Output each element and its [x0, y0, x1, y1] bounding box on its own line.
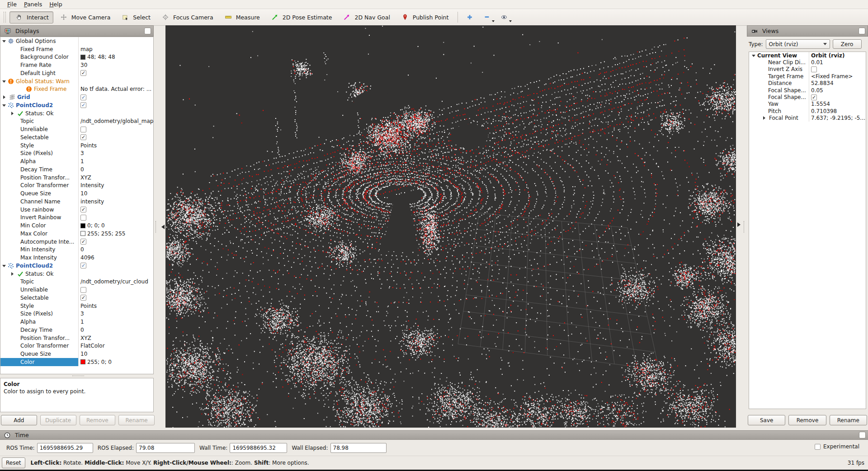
- property-value-cell[interactable]: 10: [78, 350, 153, 358]
- collapsed-arrow-icon[interactable]: [11, 272, 15, 276]
- displays-row-decay-time[interactable]: Decay Time0: [0, 165, 153, 174]
- time-field-input-ros-elapsed-[interactable]: 79.08: [136, 443, 195, 453]
- views-row-current-view[interactable]: Current ViewOrbit (rviz): [749, 52, 866, 59]
- tool-2d-pose-estimate-button[interactable]: 2D Pose Estimate: [265, 11, 337, 24]
- property-name-cell[interactable]: Status: Ok: [0, 270, 78, 278]
- collapsed-arrow-icon[interactable]: [11, 112, 15, 115]
- displays-add-button[interactable]: Add: [1, 415, 37, 425]
- property-value-cell[interactable]: map: [78, 45, 153, 53]
- color-swatch[interactable]: [80, 223, 85, 228]
- menu-item-file[interactable]: File: [4, 0, 20, 9]
- property-name-cell[interactable]: Focal Shape...: [749, 94, 809, 100]
- property-value-cell[interactable]: 1: [78, 318, 153, 326]
- property-name-cell[interactable]: Invert Z Axis: [749, 66, 809, 73]
- left-splitter-grip[interactable]: [156, 221, 157, 233]
- property-name-cell[interactable]: Use rainbow: [0, 206, 78, 214]
- displays-row-selectable[interactable]: Selectable✓: [0, 294, 153, 302]
- property-name-cell[interactable]: Color Transformer: [0, 342, 78, 350]
- property-value-cell[interactable]: 4096: [78, 254, 153, 262]
- checked-checkbox[interactable]: ✓: [80, 70, 86, 76]
- property-value-cell[interactable]: [78, 77, 153, 85]
- displays-row-color-transformer[interactable]: Color TransformerFlatColor: [0, 342, 153, 350]
- displays-row-channel-name[interactable]: Channel Nameintensity: [0, 198, 153, 206]
- displays-row-autocompute-inte-[interactable]: Autocompute Inte...✓: [0, 238, 153, 246]
- displays-row-alpha[interactable]: Alpha1: [0, 318, 153, 326]
- right-splitter-grip[interactable]: [744, 221, 745, 233]
- property-name-cell[interactable]: Size (Pixels): [0, 150, 78, 158]
- displays-row-unreliable[interactable]: Unreliable: [0, 125, 153, 133]
- property-name-cell[interactable]: Color: [0, 358, 78, 366]
- property-value-cell[interactable]: /ndt_odometry/global_map: [78, 118, 153, 126]
- tool-move-camera-button[interactable]: Move Camera: [54, 11, 115, 24]
- color-swatch[interactable]: [80, 359, 85, 364]
- displays-row-position-transfor-[interactable]: Position Transfor...XYZ: [0, 174, 153, 182]
- property-value-cell[interactable]: [78, 286, 153, 294]
- time-field-input-wall-elapsed-[interactable]: 78.98: [330, 443, 387, 453]
- checked-checkbox[interactable]: ✓: [80, 263, 86, 268]
- property-value-cell[interactable]: 0: [78, 165, 153, 174]
- expanded-arrow-icon[interactable]: [2, 40, 6, 44]
- property-name-cell[interactable]: Fixed Frame: [0, 85, 78, 94]
- property-name-cell[interactable]: Max Color: [0, 230, 78, 238]
- property-value-cell[interactable]: 0.01: [809, 59, 866, 66]
- property-name-cell[interactable]: Grid: [0, 93, 78, 101]
- displays-row-size-pixels-[interactable]: Size (Pixels)3: [0, 150, 153, 158]
- property-value-cell[interactable]: [809, 66, 866, 73]
- property-name-cell[interactable]: Distance: [749, 80, 809, 87]
- views-remove-button[interactable]: Remove: [788, 415, 826, 425]
- zero-button[interactable]: Zero: [833, 39, 862, 49]
- property-value-cell[interactable]: ✓: [809, 94, 866, 100]
- views-row-distance[interactable]: Distance52.8834: [749, 80, 866, 87]
- property-name-cell[interactable]: Selectable: [0, 294, 78, 302]
- views-row-invert-z-axis[interactable]: Invert Z Axis: [749, 66, 866, 73]
- property-name-cell[interactable]: Topic: [0, 278, 78, 286]
- displays-panel-titlebar-button[interactable]: [144, 28, 151, 34]
- property-name-cell[interactable]: PointCloud2: [0, 101, 78, 109]
- displays-row-color-transformer[interactable]: Color TransformerIntensity: [0, 182, 153, 190]
- property-name-cell[interactable]: Frame Rate: [0, 61, 78, 69]
- checked-checkbox[interactable]: ✓: [811, 94, 817, 100]
- property-name-cell[interactable]: Size (Pixels): [0, 310, 78, 318]
- property-value-cell[interactable]: [78, 37, 153, 45]
- displays-row-queue-size[interactable]: Queue Size10: [0, 350, 153, 358]
- reset-button[interactable]: Reset: [2, 457, 25, 468]
- property-value-cell[interactable]: ✓: [78, 69, 153, 77]
- checked-checkbox[interactable]: ✓: [80, 134, 86, 140]
- displays-row-min-color[interactable]: Min Color0; 0; 0: [0, 221, 153, 230]
- tool-focus-camera-button[interactable]: Focus Camera: [156, 11, 218, 24]
- displays-row-queue-size[interactable]: Queue Size10: [0, 189, 153, 198]
- property-name-cell[interactable]: Min Color: [0, 221, 78, 230]
- displays-row-frame-rate[interactable]: Frame Rate30: [0, 61, 153, 69]
- color-swatch[interactable]: [80, 55, 85, 60]
- property-name-cell[interactable]: Unreliable: [0, 286, 78, 294]
- property-value-cell[interactable]: ✓: [78, 93, 153, 101]
- views-row-focal-shape-[interactable]: Focal Shape...✓: [749, 94, 866, 100]
- property-name-cell[interactable]: Background Color: [0, 53, 78, 61]
- displays-row-max-intensity[interactable]: Max Intensity4096: [0, 254, 153, 262]
- property-name-cell[interactable]: Pitch: [749, 108, 809, 114]
- property-value-cell[interactable]: 0: [78, 326, 153, 334]
- property-name-cell[interactable]: Position Transfor...: [0, 174, 78, 182]
- property-name-cell[interactable]: Default Light: [0, 69, 78, 77]
- unchecked-checkbox[interactable]: [80, 287, 86, 293]
- property-value-cell[interactable]: 0: [78, 246, 153, 254]
- property-name-cell[interactable]: Topic: [0, 118, 78, 126]
- property-name-cell[interactable]: Focal Shape...: [749, 87, 809, 94]
- property-name-cell[interactable]: Queue Size: [0, 350, 78, 358]
- views-row-focal-shape-[interactable]: Focal Shape...0.05: [749, 87, 866, 94]
- property-value-cell[interactable]: Orbit (rviz): [809, 52, 866, 59]
- displays-row-status-ok[interactable]: Status: Ok: [0, 109, 153, 118]
- displays-row-global-options[interactable]: Global Options: [0, 37, 153, 45]
- tool-interact-button[interactable]: Interact: [9, 11, 53, 24]
- views-row-target-frame[interactable]: Target Frame<Fixed Frame>: [749, 73, 866, 80]
- property-name-cell[interactable]: Status: Ok: [0, 109, 78, 118]
- property-value-cell[interactable]: XYZ: [78, 334, 153, 342]
- property-value-cell[interactable]: [78, 270, 153, 278]
- displays-row-max-color[interactable]: Max Color255; 255; 255: [0, 230, 153, 238]
- property-value-cell[interactable]: [78, 125, 153, 133]
- description-splitter-handle[interactable]: [72, 376, 84, 377]
- property-name-cell[interactable]: Min Intensity: [0, 246, 78, 254]
- property-name-cell[interactable]: Current View: [749, 52, 809, 59]
- property-value-cell[interactable]: 0.05: [809, 87, 866, 94]
- right-splitter-collapse-icon[interactable]: [737, 222, 743, 227]
